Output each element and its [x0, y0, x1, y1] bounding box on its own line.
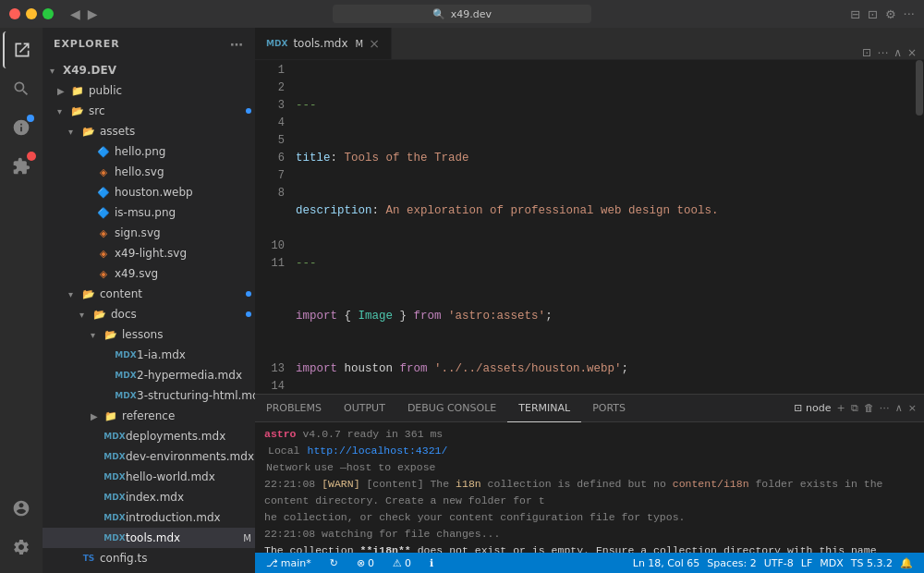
- tab-tools-mdx[interactable]: MDX tools.mdx M ×: [255, 28, 392, 59]
- line-numbers: 12345 678 1011 131415: [255, 60, 292, 394]
- tree-item-intro[interactable]: ▶ MDX introduction.mdx: [43, 507, 255, 528]
- status-warnings[interactable]: ⚠ 0: [389, 553, 415, 573]
- add-terminal-icon[interactable]: +: [837, 402, 845, 414]
- settings-icon[interactable]: ⚙: [885, 7, 896, 21]
- collapse-icon[interactable]: ∧: [894, 46, 902, 59]
- folder-icon: 📂: [81, 124, 96, 139]
- tab-label: tools.mdx: [293, 37, 347, 50]
- split-icon[interactable]: ⊡: [868, 7, 878, 21]
- activity-extensions[interactable]: [3, 148, 40, 185]
- tree-item-public[interactable]: ▶ 📁 public: [43, 80, 255, 101]
- code-line-6: import houston from '../../assets/housto…: [292, 360, 915, 378]
- more-terminal-icon[interactable]: ⋯: [880, 402, 890, 414]
- terminal-line-warn: 22:21:08 [WARN] [content] The i18n colle…: [264, 476, 915, 509]
- modified-dot: [246, 291, 251, 297]
- status-lang[interactable]: MDX: [816, 553, 847, 573]
- tree-item-src[interactable]: ▾ 📂 src: [43, 101, 255, 121]
- new-file-icon[interactable]: ⋯: [230, 37, 244, 52]
- status-eol[interactable]: LF: [797, 553, 816, 573]
- status-feedback[interactable]: 🔔: [896, 553, 917, 573]
- back-icon[interactable]: ◀: [70, 6, 80, 21]
- minimize-button[interactable]: [26, 8, 37, 19]
- tree-item-1ia[interactable]: ▶ MDX 1-ia.mdx: [43, 345, 255, 365]
- more-icon[interactable]: ···: [904, 7, 915, 21]
- split-editor-icon[interactable]: ⊡: [862, 46, 871, 59]
- tree-item-is-msu[interactable]: ▶ 🔷 is-msu.png: [43, 202, 255, 223]
- scrollbar-thumb[interactable]: [916, 60, 923, 116]
- tree-item-index[interactable]: ▶ MDX index.mdx: [43, 487, 255, 507]
- tree-root[interactable]: ▾ X49.DEV: [43, 60, 255, 80]
- feedback-icon: 🔔: [900, 557, 913, 569]
- close-panel-icon[interactable]: ×: [907, 46, 917, 59]
- status-errors[interactable]: ⊗ 0: [353, 553, 378, 573]
- tab-ports[interactable]: PORTS: [581, 395, 637, 422]
- tree-item-docs[interactable]: ▾ 📂 docs: [43, 304, 255, 324]
- file-icon-mdx: MDX: [107, 469, 122, 484]
- tree-item-devenv[interactable]: ▶ MDX dev-environments.mdx: [43, 446, 255, 467]
- tree-item-env[interactable]: ▶ TS env.d.ts: [43, 568, 255, 573]
- tree-item-helloworld[interactable]: ▶ MDX hello-world.mdx: [43, 467, 255, 487]
- scrollbar[interactable]: [915, 60, 924, 394]
- tab-debug-console[interactable]: DEBUG CONSOLE: [396, 395, 507, 422]
- modified-indicator: M: [243, 533, 251, 543]
- status-branch[interactable]: ⎇ main*: [262, 553, 315, 573]
- terminal-line-3: Network use —host to expose: [264, 459, 915, 476]
- file-icon-mdx: MDX: [118, 347, 133, 362]
- terminal-content[interactable]: astro v4.0.7 ready in 361 ms Local http:…: [255, 422, 924, 553]
- tree-item-tools[interactable]: ▶ MDX tools.mdx M: [43, 528, 255, 548]
- folder-icon: 📂: [81, 286, 96, 301]
- maximize-button[interactable]: [43, 8, 54, 19]
- status-spaces[interactable]: Spaces: 2: [703, 553, 760, 573]
- layout-icon[interactable]: ⊟: [850, 7, 860, 21]
- tree-item-3struct[interactable]: ▶ MDX 3-structuring-html.mdx: [43, 385, 255, 406]
- activity-settings[interactable]: [3, 529, 40, 566]
- tab-close-button[interactable]: ×: [369, 36, 380, 51]
- status-encoding[interactable]: UTF-8: [760, 553, 797, 573]
- activity-bar: [0, 28, 43, 573]
- code-area[interactable]: --- title: Tools of the Trade descriptio…: [292, 60, 915, 394]
- status-info[interactable]: ℹ: [426, 553, 437, 573]
- tab-terminal[interactable]: TERMINAL: [507, 395, 581, 422]
- file-icon-svg2: ◈: [96, 226, 111, 240]
- editor-terminal-container: 12345 678 1011 131415 --- title: Tools o…: [255, 60, 924, 553]
- tree-item-sign[interactable]: ▶ ◈ sign.svg: [43, 223, 255, 243]
- sync-icon: ↻: [330, 557, 338, 569]
- close-terminal-icon[interactable]: ×: [908, 402, 917, 414]
- titlebar: ◀ ▶ 🔍 x49.dev ⊟ ⊡ ⚙ ···: [0, 0, 924, 28]
- search-bar[interactable]: 🔍 x49.dev: [333, 5, 591, 23]
- modified-dot: [246, 108, 251, 114]
- tree-item-houston[interactable]: ▶ 🔷 houston.webp: [43, 182, 255, 202]
- delete-terminal-icon[interactable]: 🗑: [864, 402, 874, 414]
- tree-item-hello-svg[interactable]: ▶ ◈ hello.svg: [43, 162, 255, 182]
- tree-item-x49-light[interactable]: ▶ ◈ x49-light.svg: [43, 243, 255, 263]
- file-icon-mdx: MDX: [107, 510, 122, 525]
- forward-icon[interactable]: ▶: [88, 6, 98, 21]
- maximize-terminal-icon[interactable]: ∧: [895, 402, 903, 414]
- branch-name: main*: [281, 557, 311, 569]
- editor-content[interactable]: 12345 678 1011 131415 --- title: Tools o…: [255, 60, 924, 394]
- tree-item-content[interactable]: ▾ 📂 content: [43, 284, 255, 304]
- tab-problems[interactable]: PROBLEMS: [255, 395, 333, 422]
- tree-item-config[interactable]: ▶ TS config.ts: [43, 548, 255, 568]
- tab-modified: M: [356, 39, 364, 49]
- tab-output[interactable]: OUTPUT: [333, 395, 396, 422]
- close-button[interactable]: [9, 8, 20, 19]
- tree-item-hello-png[interactable]: ▶ 🔷 hello.png: [43, 141, 255, 162]
- split-terminal-icon[interactable]: ⧉: [851, 402, 858, 414]
- activity-source-control[interactable]: [3, 109, 40, 146]
- terminal-tab-actions: ⊡ node + ⧉ 🗑 ⋯ ∧ ×: [786, 402, 924, 414]
- status-sync[interactable]: ↻: [326, 553, 342, 573]
- status-ts[interactable]: TS 5.3.2: [847, 553, 896, 573]
- tree-item-2hyper[interactable]: ▶ MDX 2-hypermedia.mdx: [43, 365, 255, 385]
- tree-item-lessons[interactable]: ▾ 📂 lessons: [43, 324, 255, 345]
- tree-item-assets[interactable]: ▾ 📂 assets: [43, 121, 255, 141]
- more-actions-icon[interactable]: ⋯: [877, 46, 888, 59]
- status-ln-col[interactable]: Ln 18, Col 65: [629, 553, 704, 573]
- activity-search[interactable]: [3, 70, 40, 107]
- activity-explorer[interactable]: [3, 31, 40, 68]
- tree-item-deploy[interactable]: ▶ MDX deployments.mdx: [43, 426, 255, 446]
- status-bar: ⎇ main* ↻ ⊗ 0 ⚠ 0 ℹ Ln 18, Col 65: [255, 553, 924, 573]
- tree-item-x49-svg[interactable]: ▶ ◈ x49.svg: [43, 263, 255, 284]
- activity-accounts[interactable]: [3, 490, 40, 527]
- tree-item-reference[interactable]: ▶ 📁 reference: [43, 406, 255, 426]
